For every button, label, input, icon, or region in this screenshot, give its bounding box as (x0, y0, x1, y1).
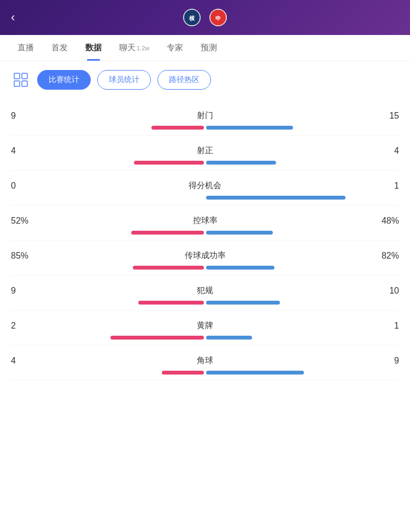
stat-label-row: 9犯规10 (11, 285, 399, 296)
bar-left (151, 126, 204, 130)
stat-row: 9射门15 (11, 103, 399, 136)
stat-right-value: 1 (366, 321, 399, 331)
stat-right-value: 4 (366, 146, 399, 156)
stat-left-value: 9 (11, 111, 44, 121)
sub-tab-heat[interactable]: 路径热区 (157, 70, 211, 90)
stat-right-value: 9 (366, 356, 399, 366)
stat-row: 4角球9 (11, 348, 399, 381)
bar-left (133, 266, 204, 270)
match-header: ‹ 横 申 (0, 0, 410, 35)
stat-row: 9犯规10 (11, 278, 399, 311)
stat-label-row: 85%传球成功率82% (11, 250, 399, 261)
stat-bar-row (11, 370, 399, 375)
away-team-logo: 申 (209, 9, 227, 26)
stat-bar-row (11, 300, 399, 305)
bar-right (206, 336, 252, 340)
stat-left-value: 4 (11, 356, 44, 366)
stat-label-text: 射门 (44, 110, 366, 121)
stat-row: 52%控球率48% (11, 208, 399, 241)
home-team-logo: 横 (183, 9, 201, 26)
stat-label-text: 得分机会 (44, 180, 366, 191)
bar-left (138, 301, 204, 305)
stat-row: 4射正4 (11, 138, 399, 171)
stat-right-value: 82% (366, 251, 399, 261)
back-button[interactable]: ‹ (11, 10, 31, 25)
bar-right (206, 196, 345, 200)
tab-chat[interactable]: 聊天1.2w (110, 35, 158, 61)
stat-label-row: 52%控球率48% (11, 215, 399, 226)
svg-rect-4 (14, 73, 20, 79)
stat-left-value: 4 (11, 146, 44, 156)
tab-expert[interactable]: 专家 (158, 35, 192, 61)
bar-left (134, 161, 204, 165)
stat-left-value: 85% (11, 251, 44, 261)
main-content: 比赛统计 球员统计 路径热区 9射门154射正40得分机会152%控球率48%8… (0, 61, 410, 391)
sub-tab-player[interactable]: 球员统计 (97, 70, 151, 90)
bar-right (206, 231, 273, 235)
stat-right-value: 48% (366, 216, 399, 226)
stat-label-row: 4角球9 (11, 355, 399, 366)
svg-text:横: 横 (189, 15, 195, 21)
stat-bar-row (11, 265, 399, 270)
svg-rect-5 (22, 73, 27, 79)
stat-label-row: 9射门15 (11, 110, 399, 121)
bar-left (162, 371, 204, 375)
stat-bar-row (11, 160, 399, 165)
svg-rect-7 (22, 81, 27, 86)
bar-left (110, 336, 204, 340)
stat-label-row: 0得分机会1 (11, 180, 399, 191)
stat-right-value: 10 (366, 286, 399, 296)
stat-label-text: 犯规 (44, 285, 366, 296)
svg-text:申: 申 (215, 15, 221, 21)
tab-live[interactable]: 直播 (9, 35, 43, 61)
stat-label-text: 角球 (44, 355, 366, 366)
stat-bar-row (11, 195, 399, 200)
bar-right (206, 301, 280, 305)
bar-left (131, 231, 204, 235)
stat-left-value: 9 (11, 286, 44, 296)
stat-label-row: 2黄牌1 (11, 320, 399, 331)
stat-label-text: 黄牌 (44, 320, 366, 331)
stat-row: 85%传球成功率82% (11, 243, 399, 276)
stat-row: 2黄牌1 (11, 313, 399, 346)
stat-left-value: 0 (11, 181, 44, 191)
bar-right (206, 161, 276, 165)
stat-label-text: 射正 (44, 145, 366, 156)
stats-icon (11, 70, 31, 90)
stat-label-text: 传球成功率 (44, 250, 366, 261)
svg-rect-6 (14, 81, 20, 86)
stat-label-text: 控球率 (44, 215, 366, 226)
stat-row: 0得分机会1 (11, 173, 399, 206)
bar-right (206, 266, 274, 270)
tab-data[interactable]: 数据 (77, 35, 110, 61)
stat-right-value: 1 (366, 181, 399, 191)
stat-bar-row (11, 230, 399, 235)
chat-badge: 1.2w (137, 45, 149, 51)
nav-tabs: 直播 首发 数据 聊天1.2w 专家 预测 (0, 35, 410, 61)
bar-right (206, 126, 293, 130)
bar-right (206, 371, 304, 375)
stat-bar-row (11, 335, 399, 340)
stat-left-value: 52% (11, 216, 44, 226)
stat-left-value: 2 (11, 321, 44, 331)
match-info: 横 申 (31, 9, 379, 26)
sub-tab-match[interactable]: 比赛统计 (37, 70, 91, 90)
stat-label-row: 4射正4 (11, 145, 399, 156)
stat-bar-row (11, 125, 399, 130)
tab-lineup[interactable]: 首发 (43, 35, 77, 61)
sub-tab-bar: 比赛统计 球员统计 路径热区 (11, 70, 399, 90)
stats-container: 9射门154射正40得分机会152%控球率48%85%传球成功率82%9犯规10… (11, 103, 399, 381)
tab-predict[interactable]: 预测 (192, 35, 226, 61)
stat-right-value: 15 (366, 111, 399, 121)
